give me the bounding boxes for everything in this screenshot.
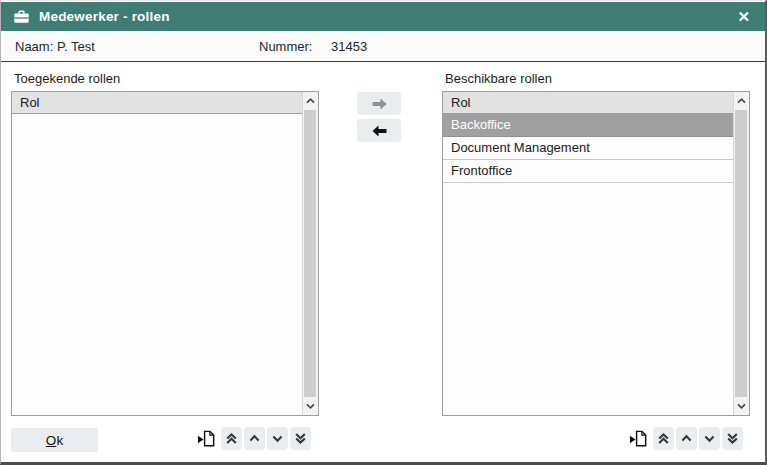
- double-chevron-down-icon: [725, 431, 740, 446]
- move-right-button[interactable]: [357, 92, 401, 115]
- move-down-button[interactable]: [267, 427, 288, 450]
- go-to-record-button[interactable]: [626, 427, 650, 450]
- page-arrow-icon: [196, 428, 217, 449]
- record-header: Naam: P. Test Nummer: 31453: [1, 31, 765, 62]
- available-roles-title: Beschikbare rollen: [445, 71, 552, 86]
- arrow-right-icon: [371, 97, 388, 111]
- ok-label-rest: k: [56, 433, 63, 448]
- ok-button[interactable]: Ok: [11, 428, 98, 452]
- move-up-button[interactable]: [244, 427, 265, 450]
- number-label: Nummer:: [259, 31, 312, 62]
- scroll-up-icon[interactable]: [734, 92, 749, 110]
- available-roles-list: Rol Backoffice Document Management Front…: [442, 91, 750, 416]
- double-chevron-down-icon: [293, 431, 308, 446]
- name-label: Naam:: [15, 31, 53, 62]
- move-to-top-button[interactable]: [653, 427, 674, 450]
- assigned-roles-list: Rol: [11, 91, 319, 416]
- list-item-frontoffice[interactable]: Frontoffice: [443, 160, 733, 183]
- move-to-bottom-button[interactable]: [722, 427, 743, 450]
- chevron-up-icon: [679, 431, 694, 446]
- number-value: 31453: [331, 31, 367, 62]
- assigned-roles-title: Toegekende rollen: [14, 71, 120, 86]
- close-icon[interactable]: ✕: [734, 7, 753, 26]
- chevron-up-icon: [247, 431, 262, 446]
- assigned-roles-column-header[interactable]: Rol: [12, 92, 302, 114]
- available-roles-column-header[interactable]: Rol: [443, 92, 733, 114]
- list-item-document-management[interactable]: Document Management: [443, 137, 733, 160]
- move-to-top-button[interactable]: [221, 427, 242, 450]
- move-up-button[interactable]: [676, 427, 697, 450]
- name-value: P. Test: [57, 31, 95, 62]
- assigned-roles-scrollbar: [302, 92, 318, 415]
- move-to-bottom-button[interactable]: [290, 427, 311, 450]
- scroll-down-icon[interactable]: [303, 397, 318, 415]
- page-arrow-icon: [628, 428, 649, 449]
- available-roles-scrollbar: [733, 92, 749, 415]
- chevron-down-icon: [702, 431, 717, 446]
- double-chevron-up-icon: [656, 431, 671, 446]
- toolbox-icon: [13, 9, 30, 25]
- ok-label-accesskey: O: [46, 433, 57, 448]
- double-chevron-up-icon: [224, 431, 239, 446]
- scroll-up-icon[interactable]: [303, 92, 318, 110]
- scrollbar-thumb[interactable]: [735, 110, 747, 397]
- go-to-record-button[interactable]: [194, 427, 218, 450]
- scroll-down-icon[interactable]: [734, 397, 749, 415]
- move-left-button[interactable]: [357, 119, 401, 142]
- employee-roles-dialog: Medewerker - rollen ✕ Naam: P. Test Numm…: [0, 0, 767, 465]
- list-body: Backoffice Document Management Frontoffi…: [443, 114, 733, 415]
- move-down-button[interactable]: [699, 427, 720, 450]
- list-body: [12, 114, 302, 415]
- arrow-left-icon: [371, 124, 388, 138]
- dialog-title: Medewerker - rollen: [39, 9, 170, 24]
- chevron-down-icon: [270, 431, 285, 446]
- scrollbar-thumb[interactable]: [304, 110, 316, 397]
- title-bar: Medewerker - rollen ✕: [1, 2, 765, 31]
- list-item-backoffice[interactable]: Backoffice: [443, 114, 733, 137]
